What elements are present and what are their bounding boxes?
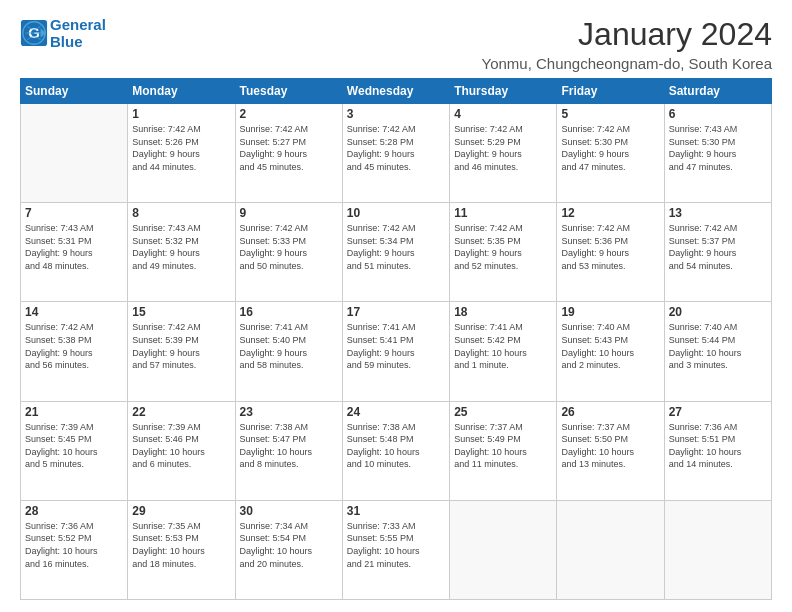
day-number: 4 [454, 107, 552, 121]
day-number: 10 [347, 206, 445, 220]
day-number: 15 [132, 305, 230, 319]
day-info: Sunrise: 7:42 AMSunset: 5:38 PMDaylight:… [25, 321, 123, 371]
day-info: Sunrise: 7:42 AMSunset: 5:35 PMDaylight:… [454, 222, 552, 272]
day-number: 16 [240, 305, 338, 319]
day-info: Sunrise: 7:42 AMSunset: 5:34 PMDaylight:… [347, 222, 445, 272]
calendar-day: 4Sunrise: 7:42 AMSunset: 5:29 PMDaylight… [450, 104, 557, 203]
calendar-day [557, 500, 664, 599]
calendar-day: 31Sunrise: 7:33 AMSunset: 5:55 PMDayligh… [342, 500, 449, 599]
day-info: Sunrise: 7:37 AMSunset: 5:50 PMDaylight:… [561, 421, 659, 471]
day-number: 26 [561, 405, 659, 419]
col-wednesday: Wednesday [342, 79, 449, 104]
day-info: Sunrise: 7:42 AMSunset: 5:33 PMDaylight:… [240, 222, 338, 272]
calendar-day: 3Sunrise: 7:42 AMSunset: 5:28 PMDaylight… [342, 104, 449, 203]
day-info: Sunrise: 7:36 AMSunset: 5:51 PMDaylight:… [669, 421, 767, 471]
calendar-day: 1Sunrise: 7:42 AMSunset: 5:26 PMDaylight… [128, 104, 235, 203]
day-info: Sunrise: 7:42 AMSunset: 5:28 PMDaylight:… [347, 123, 445, 173]
calendar-day: 8Sunrise: 7:43 AMSunset: 5:32 PMDaylight… [128, 203, 235, 302]
page-header: G General Blue January 2024 Yonmu, Chung… [20, 16, 772, 72]
calendar-day: 26Sunrise: 7:37 AMSunset: 5:50 PMDayligh… [557, 401, 664, 500]
calendar-day: 24Sunrise: 7:38 AMSunset: 5:48 PMDayligh… [342, 401, 449, 500]
day-number: 3 [347, 107, 445, 121]
day-number: 1 [132, 107, 230, 121]
calendar-day: 16Sunrise: 7:41 AMSunset: 5:40 PMDayligh… [235, 302, 342, 401]
col-saturday: Saturday [664, 79, 771, 104]
day-info: Sunrise: 7:42 AMSunset: 5:26 PMDaylight:… [132, 123, 230, 173]
day-number: 23 [240, 405, 338, 419]
calendar-day: 5Sunrise: 7:42 AMSunset: 5:30 PMDaylight… [557, 104, 664, 203]
calendar-day [664, 500, 771, 599]
day-number: 30 [240, 504, 338, 518]
day-info: Sunrise: 7:38 AMSunset: 5:47 PMDaylight:… [240, 421, 338, 471]
calendar-day [21, 104, 128, 203]
day-info: Sunrise: 7:43 AMSunset: 5:31 PMDaylight:… [25, 222, 123, 272]
calendar-day: 18Sunrise: 7:41 AMSunset: 5:42 PMDayligh… [450, 302, 557, 401]
day-info: Sunrise: 7:41 AMSunset: 5:42 PMDaylight:… [454, 321, 552, 371]
calendar-day: 14Sunrise: 7:42 AMSunset: 5:38 PMDayligh… [21, 302, 128, 401]
day-number: 19 [561, 305, 659, 319]
calendar-day: 11Sunrise: 7:42 AMSunset: 5:35 PMDayligh… [450, 203, 557, 302]
calendar-day: 19Sunrise: 7:40 AMSunset: 5:43 PMDayligh… [557, 302, 664, 401]
logo-icon: G [20, 19, 48, 47]
day-info: Sunrise: 7:41 AMSunset: 5:41 PMDaylight:… [347, 321, 445, 371]
day-info: Sunrise: 7:40 AMSunset: 5:43 PMDaylight:… [561, 321, 659, 371]
day-number: 7 [25, 206, 123, 220]
title-block: January 2024 Yonmu, Chungcheongnam-do, S… [482, 16, 773, 72]
calendar-day: 15Sunrise: 7:42 AMSunset: 5:39 PMDayligh… [128, 302, 235, 401]
day-number: 5 [561, 107, 659, 121]
logo-blue: Blue [50, 33, 106, 50]
calendar-day: 17Sunrise: 7:41 AMSunset: 5:41 PMDayligh… [342, 302, 449, 401]
calendar-week-row: 28Sunrise: 7:36 AMSunset: 5:52 PMDayligh… [21, 500, 772, 599]
calendar-day: 23Sunrise: 7:38 AMSunset: 5:47 PMDayligh… [235, 401, 342, 500]
col-sunday: Sunday [21, 79, 128, 104]
day-number: 8 [132, 206, 230, 220]
day-number: 11 [454, 206, 552, 220]
day-info: Sunrise: 7:38 AMSunset: 5:48 PMDaylight:… [347, 421, 445, 471]
day-number: 24 [347, 405, 445, 419]
calendar-day: 10Sunrise: 7:42 AMSunset: 5:34 PMDayligh… [342, 203, 449, 302]
logo-general: General [50, 16, 106, 33]
day-info: Sunrise: 7:42 AMSunset: 5:39 PMDaylight:… [132, 321, 230, 371]
calendar-table: Sunday Monday Tuesday Wednesday Thursday… [20, 78, 772, 600]
col-friday: Friday [557, 79, 664, 104]
day-info: Sunrise: 7:42 AMSunset: 5:37 PMDaylight:… [669, 222, 767, 272]
day-info: Sunrise: 7:33 AMSunset: 5:55 PMDaylight:… [347, 520, 445, 570]
day-info: Sunrise: 7:39 AMSunset: 5:45 PMDaylight:… [25, 421, 123, 471]
day-info: Sunrise: 7:42 AMSunset: 5:30 PMDaylight:… [561, 123, 659, 173]
day-number: 22 [132, 405, 230, 419]
calendar-week-row: 21Sunrise: 7:39 AMSunset: 5:45 PMDayligh… [21, 401, 772, 500]
calendar-day: 2Sunrise: 7:42 AMSunset: 5:27 PMDaylight… [235, 104, 342, 203]
day-info: Sunrise: 7:37 AMSunset: 5:49 PMDaylight:… [454, 421, 552, 471]
day-number: 31 [347, 504, 445, 518]
calendar-day: 9Sunrise: 7:42 AMSunset: 5:33 PMDaylight… [235, 203, 342, 302]
calendar-day: 20Sunrise: 7:40 AMSunset: 5:44 PMDayligh… [664, 302, 771, 401]
calendar-day: 6Sunrise: 7:43 AMSunset: 5:30 PMDaylight… [664, 104, 771, 203]
day-number: 25 [454, 405, 552, 419]
calendar-day: 27Sunrise: 7:36 AMSunset: 5:51 PMDayligh… [664, 401, 771, 500]
day-info: Sunrise: 7:42 AMSunset: 5:29 PMDaylight:… [454, 123, 552, 173]
day-info: Sunrise: 7:43 AMSunset: 5:32 PMDaylight:… [132, 222, 230, 272]
day-number: 20 [669, 305, 767, 319]
calendar-day: 22Sunrise: 7:39 AMSunset: 5:46 PMDayligh… [128, 401, 235, 500]
col-monday: Monday [128, 79, 235, 104]
day-number: 12 [561, 206, 659, 220]
col-tuesday: Tuesday [235, 79, 342, 104]
calendar-page: G General Blue January 2024 Yonmu, Chung… [0, 0, 792, 612]
day-info: Sunrise: 7:43 AMSunset: 5:30 PMDaylight:… [669, 123, 767, 173]
day-number: 13 [669, 206, 767, 220]
day-number: 29 [132, 504, 230, 518]
day-number: 17 [347, 305, 445, 319]
calendar-day [450, 500, 557, 599]
day-number: 2 [240, 107, 338, 121]
day-info: Sunrise: 7:42 AMSunset: 5:27 PMDaylight:… [240, 123, 338, 173]
day-info: Sunrise: 7:41 AMSunset: 5:40 PMDaylight:… [240, 321, 338, 371]
location-title: Yonmu, Chungcheongnam-do, South Korea [482, 55, 773, 72]
day-info: Sunrise: 7:40 AMSunset: 5:44 PMDaylight:… [669, 321, 767, 371]
month-title: January 2024 [482, 16, 773, 53]
calendar-day: 25Sunrise: 7:37 AMSunset: 5:49 PMDayligh… [450, 401, 557, 500]
logo: G General Blue [20, 16, 106, 51]
day-number: 28 [25, 504, 123, 518]
day-number: 14 [25, 305, 123, 319]
calendar-day: 28Sunrise: 7:36 AMSunset: 5:52 PMDayligh… [21, 500, 128, 599]
day-number: 9 [240, 206, 338, 220]
